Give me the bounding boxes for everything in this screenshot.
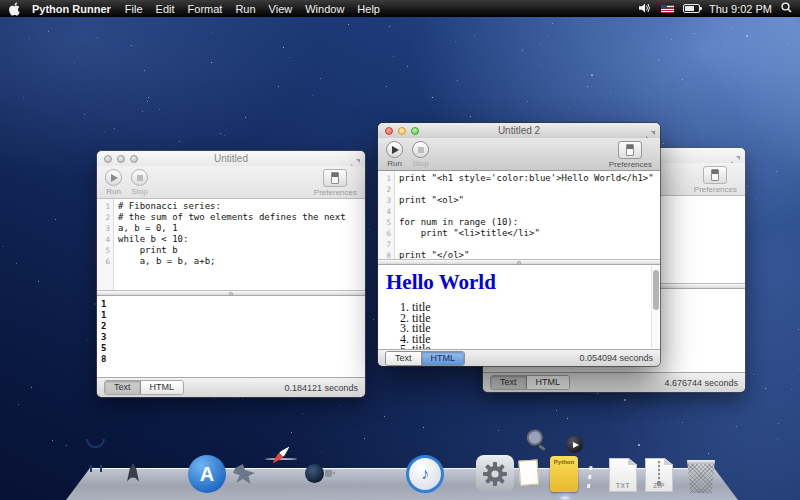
line-number: 7 bbox=[378, 239, 394, 250]
stop-button[interactable]: Stop bbox=[131, 169, 148, 196]
menu-items: FileEditFormatRunViewWindowHelp bbox=[125, 3, 393, 15]
photo-booth-icon[interactable] bbox=[441, 455, 479, 493]
menu-clock[interactable]: Thu 9:02 PM bbox=[709, 3, 772, 15]
text-view-tab[interactable]: Text bbox=[105, 381, 140, 394]
close-button[interactable] bbox=[385, 127, 393, 135]
code-editor[interactable]: 1# Fibonacci series:2# the sum of two el… bbox=[97, 199, 365, 290]
volume-icon[interactable] bbox=[639, 3, 652, 15]
view-toggle: Text HTML bbox=[104, 380, 184, 395]
code-line: 2 bbox=[378, 184, 660, 195]
list-item: title bbox=[412, 334, 660, 345]
html-view-tab[interactable]: HTML bbox=[421, 352, 465, 365]
spotlight-icon[interactable] bbox=[781, 2, 792, 15]
code-line: 1# Fibonacci series: bbox=[97, 201, 365, 212]
menu-item[interactable]: View bbox=[269, 3, 293, 15]
code-text: print b bbox=[113, 245, 178, 256]
output-line: 5 bbox=[97, 343, 365, 354]
python-runner-icon[interactable]: Python bbox=[546, 455, 584, 493]
code-text: while b < 10: bbox=[113, 234, 188, 245]
text-view-tab[interactable]: Text bbox=[386, 352, 421, 365]
html-ordered-list: titletitletitletitletitletitle bbox=[378, 302, 660, 349]
mail-icon[interactable] bbox=[225, 455, 263, 493]
system-preferences-icon[interactable] bbox=[476, 455, 514, 493]
list-item: title bbox=[412, 302, 660, 313]
txt-document-icon[interactable]: TXT bbox=[609, 458, 637, 492]
preferences-button[interactable]: Preferences bbox=[694, 166, 737, 194]
app-store-icon[interactable]: A bbox=[188, 455, 226, 493]
mission-control-icon[interactable] bbox=[151, 455, 189, 493]
code-line: 4 bbox=[378, 206, 660, 217]
code-text: print "<ol>" bbox=[394, 195, 464, 206]
app-menu[interactable]: Python Runner bbox=[32, 3, 111, 15]
itunes-icon[interactable]: ♪ bbox=[406, 455, 444, 493]
code-editor[interactable]: 1print "<h1 style='color:blue'>Hello Wor… bbox=[378, 171, 660, 259]
menu-item[interactable]: Window bbox=[305, 3, 344, 15]
output-area[interactable]: 112358 bbox=[97, 296, 365, 377]
facetime-icon[interactable] bbox=[299, 455, 337, 493]
menu-item[interactable]: File bbox=[125, 3, 143, 15]
line-number: 1 bbox=[97, 201, 113, 212]
safari-icon[interactable] bbox=[262, 455, 300, 493]
html-view-tab[interactable]: HTML bbox=[140, 381, 184, 394]
html-output-area[interactable]: Hello World titletitletitletitletitletit… bbox=[378, 265, 660, 349]
address-book-icon[interactable]: @ bbox=[336, 455, 374, 493]
run-button[interactable]: Run bbox=[386, 141, 403, 168]
stop-button[interactable]: Stop bbox=[412, 141, 429, 168]
toolbar: Run Stop Preferences bbox=[378, 138, 660, 171]
menu-item[interactable]: Format bbox=[188, 3, 223, 15]
line-number: 3 bbox=[97, 223, 113, 234]
battery-icon[interactable] bbox=[683, 4, 700, 13]
trash-icon[interactable] bbox=[686, 460, 716, 493]
view-toggle: Text HTML bbox=[490, 375, 570, 390]
fullscreen-icon[interactable] bbox=[731, 151, 740, 160]
preferences-button[interactable]: Preferences bbox=[609, 141, 652, 169]
music-note-glyph: ♪ bbox=[421, 466, 429, 482]
list-item: title bbox=[412, 323, 660, 334]
line-number: 2 bbox=[97, 212, 113, 223]
scrollbar-thumb[interactable] bbox=[653, 270, 659, 310]
run-button[interactable]: Run bbox=[105, 169, 122, 196]
html-heading: Hello World bbox=[386, 270, 660, 295]
eagle-glyph bbox=[233, 464, 255, 484]
scrollbar[interactable] bbox=[651, 266, 660, 348]
fullscreen-icon[interactable] bbox=[351, 154, 360, 163]
compass-needle bbox=[270, 444, 291, 465]
stop-icon bbox=[137, 175, 143, 181]
menu-item[interactable]: Help bbox=[357, 3, 380, 15]
rocket-glyph bbox=[127, 463, 139, 483]
document-inspector-icon[interactable] bbox=[511, 455, 549, 493]
html-view-tab[interactable]: HTML bbox=[526, 376, 570, 389]
zoom-button[interactable] bbox=[130, 155, 138, 163]
preferences-button[interactable]: Preferences bbox=[314, 169, 357, 197]
apple-menu-icon[interactable] bbox=[8, 2, 20, 16]
minimize-button[interactable] bbox=[117, 155, 125, 163]
close-button[interactable] bbox=[104, 155, 112, 163]
fullscreen-icon[interactable] bbox=[646, 126, 655, 135]
zoom-button[interactable] bbox=[411, 127, 419, 135]
dock: A @ 29 ♪ bbox=[66, 448, 738, 500]
code-text: a, b = b, a+b; bbox=[113, 256, 216, 267]
minimize-button[interactable] bbox=[398, 127, 406, 135]
code-line: 5 print b bbox=[97, 245, 365, 256]
zip-document-icon[interactable]: ZIP bbox=[645, 458, 673, 492]
text-view-tab[interactable]: Text bbox=[491, 376, 526, 389]
title-bar[interactable]: Untitled 2 bbox=[378, 123, 660, 138]
desktop: Python Runner FileEditFormatRunViewWindo… bbox=[0, 0, 800, 500]
menu-item[interactable]: Edit bbox=[156, 3, 175, 15]
status-bar: Text HTML 0.054094 seconds bbox=[378, 349, 660, 366]
play-icon bbox=[392, 146, 399, 154]
video-camera-glyph bbox=[325, 470, 332, 477]
launchpad-icon[interactable] bbox=[114, 455, 152, 493]
line-number: 3 bbox=[378, 195, 394, 206]
finder-icon[interactable] bbox=[77, 455, 115, 493]
elapsed-time: 0.184121 seconds bbox=[284, 383, 358, 393]
finder-face bbox=[90, 465, 92, 472]
play-icon bbox=[111, 174, 118, 182]
elapsed-time: 4.676744 seconds bbox=[664, 378, 738, 388]
ical-icon[interactable]: 29 bbox=[371, 455, 409, 493]
input-source-flag-icon[interactable] bbox=[661, 5, 674, 13]
code-line: 3print "<ol>" bbox=[378, 195, 660, 206]
title-bar[interactable]: Untitled bbox=[97, 151, 365, 166]
window-title: Untitled bbox=[214, 153, 248, 164]
menu-item[interactable]: Run bbox=[235, 3, 255, 15]
